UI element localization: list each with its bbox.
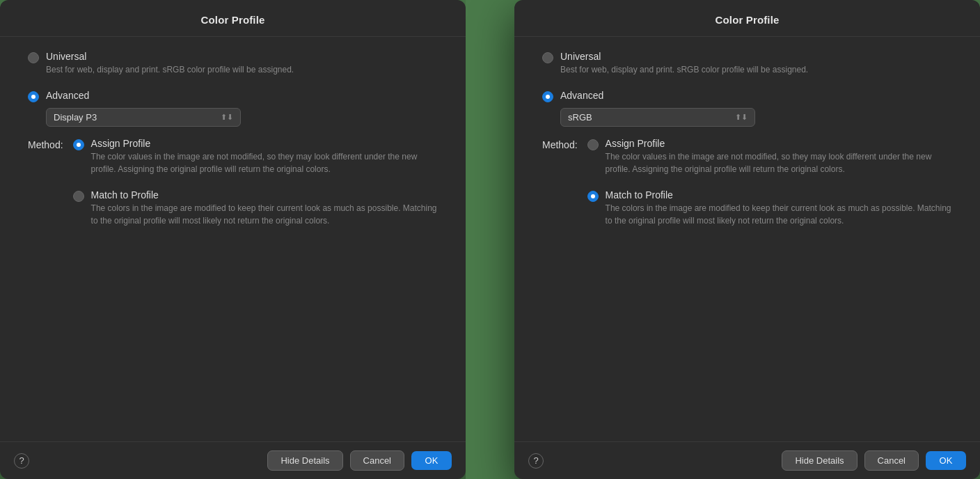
method-options-left: Assign Profile The color values in the i…	[73, 138, 438, 231]
assign-profile-desc-left: The color values in the image are not mo…	[91, 151, 438, 175]
help-button-right[interactable]: ?	[528, 453, 544, 469]
advanced-label-group-left: Advanced	[46, 90, 438, 101]
advanced-label-group-right: Advanced	[560, 90, 952, 101]
dropdown-arrow-right: ⬆⬇	[735, 113, 748, 122]
cancel-button-right[interactable]: Cancel	[864, 450, 919, 471]
title-bar-right: Color Profile	[514, 0, 980, 37]
match-profile-title-left: Match to Profile	[91, 189, 438, 201]
ok-button-right[interactable]: OK	[926, 451, 966, 470]
advanced-title-left: Advanced	[46, 90, 438, 101]
hide-details-button-right[interactable]: Hide Details	[782, 450, 857, 471]
dropdown-value-right: sRGB	[568, 112, 592, 123]
dialog-title-right: Color Profile	[716, 14, 780, 26]
universal-option-left[interactable]: Universal Best for web, display and prin…	[28, 51, 438, 76]
profile-dropdown-right[interactable]: sRGB ⬆⬇	[560, 108, 755, 127]
two-panels-container: Color Profile Universal Best for web, di…	[0, 0, 980, 479]
advanced-option-left[interactable]: Advanced	[28, 90, 438, 102]
assign-profile-title-left: Assign Profile	[91, 138, 438, 149]
advanced-radio-right[interactable]	[542, 91, 553, 102]
dialog-right: Color Profile Universal Best for web, di…	[514, 0, 980, 479]
method-label-right: Method:	[542, 138, 578, 150]
method-header-left: Method: Assign Profile The color values …	[28, 138, 438, 231]
method-section-left: Method: Assign Profile The color values …	[28, 138, 438, 231]
universal-label-group-left: Universal Best for web, display and prin…	[46, 51, 438, 76]
btn-group-left: Hide Details Cancel OK	[267, 450, 452, 471]
dropdown-value-left: Display P3	[54, 112, 97, 123]
match-profile-radio-left[interactable]	[73, 191, 84, 202]
dropdown-wrapper-left: Display P3 ⬆⬇	[46, 108, 438, 127]
universal-desc-right: Best for web, display and print. sRGB co…	[560, 64, 952, 76]
method-label-left: Method:	[28, 138, 63, 150]
universal-option-right[interactable]: Universal Best for web, display and prin…	[542, 51, 952, 76]
dialog-left: Color Profile Universal Best for web, di…	[0, 0, 466, 479]
assign-profile-row-left[interactable]: Assign Profile The color values in the i…	[73, 138, 438, 175]
profile-dropdown-left[interactable]: Display P3 ⬆⬇	[46, 108, 241, 127]
universal-title-right: Universal	[560, 51, 952, 62]
match-profile-desc-left: The colors in the image are modified to …	[91, 203, 438, 227]
method-options-right: Assign Profile The color values in the i…	[587, 138, 952, 231]
advanced-option-right[interactable]: Advanced	[542, 90, 952, 102]
method-header-right: Method: Assign Profile The color values …	[542, 138, 952, 231]
dialog-body-left: Universal Best for web, display and prin…	[0, 37, 466, 441]
universal-title-left: Universal	[46, 51, 438, 62]
advanced-radio-left[interactable]	[28, 91, 39, 102]
divider-1-left	[28, 80, 438, 90]
match-profile-radio-right[interactable]	[587, 191, 599, 202]
help-button-left[interactable]: ?	[14, 453, 29, 469]
match-profile-row-right[interactable]: Match to Profile The colors in the image…	[587, 189, 952, 227]
match-profile-title-right: Match to Profile	[606, 189, 952, 201]
universal-label-group-right: Universal Best for web, display and prin…	[560, 51, 952, 76]
btn-group-right: Hide Details Cancel OK	[782, 450, 966, 471]
assign-profile-option-left: Assign Profile The color values in the i…	[73, 138, 438, 180]
assign-profile-title-right: Assign Profile	[606, 138, 952, 149]
dialog-title-left: Color Profile	[201, 14, 265, 26]
title-bar-left: Color Profile	[0, 0, 466, 37]
assign-profile-radio-left[interactable]	[73, 139, 84, 150]
panel-gap	[466, 0, 514, 479]
footer-left: ? Hide Details Cancel OK	[0, 441, 466, 479]
assign-profile-radio-right[interactable]	[587, 139, 599, 150]
match-profile-row-left[interactable]: Match to Profile The colors in the image…	[73, 189, 438, 227]
universal-desc-left: Best for web, display and print. sRGB co…	[46, 64, 438, 76]
dropdown-arrow-left: ⬆⬇	[221, 113, 233, 122]
assign-profile-desc-right: The color values in the image are not mo…	[606, 151, 952, 175]
hide-details-button-left[interactable]: Hide Details	[267, 450, 342, 471]
match-profile-label-left: Match to Profile The colors in the image…	[91, 189, 438, 227]
match-to-profile-option-left: Match to Profile The colors in the image…	[73, 189, 438, 231]
dropdown-wrapper-right: sRGB ⬆⬇	[560, 108, 952, 127]
match-profile-desc-right: The colors in the image are modified to …	[606, 203, 952, 227]
assign-profile-label-left: Assign Profile The color values in the i…	[91, 138, 438, 175]
assign-profile-option-right: Assign Profile The color values in the i…	[587, 138, 952, 180]
footer-right: ? Hide Details Cancel OK	[514, 441, 980, 479]
cancel-button-left[interactable]: Cancel	[350, 450, 404, 471]
match-profile-label-right: Match to Profile The colors in the image…	[606, 189, 952, 227]
divider-1-right	[542, 80, 952, 90]
universal-radio-left[interactable]	[28, 52, 39, 63]
ok-button-left[interactable]: OK	[411, 451, 452, 470]
method-section-right: Method: Assign Profile The color values …	[542, 138, 952, 231]
dialog-body-right: Universal Best for web, display and prin…	[514, 37, 980, 441]
assign-profile-row-right[interactable]: Assign Profile The color values in the i…	[587, 138, 952, 175]
advanced-title-right: Advanced	[560, 90, 952, 101]
assign-profile-label-right: Assign Profile The color values in the i…	[606, 138, 952, 175]
match-to-profile-option-right: Match to Profile The colors in the image…	[587, 189, 952, 231]
universal-radio-right[interactable]	[542, 52, 553, 63]
